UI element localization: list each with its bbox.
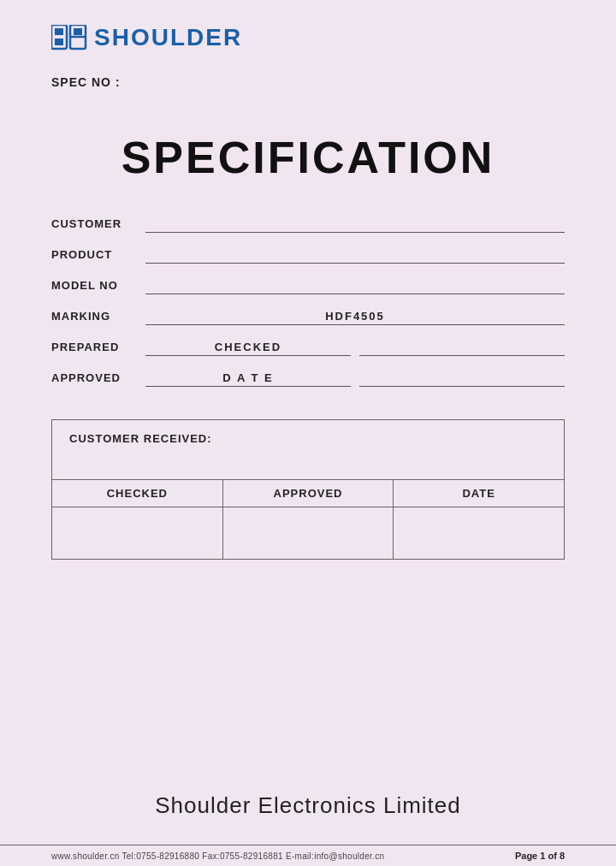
model-no-row: MODEL NO xyxy=(51,270,565,294)
main-title: SPECIFICATION xyxy=(121,132,495,183)
bottom-contact: www.shoulder.cn Tel:0755-82916880 Fax:07… xyxy=(51,851,384,861)
marking-value: HDF4505 xyxy=(325,310,385,323)
customer-row: CUSTOMER xyxy=(51,209,565,233)
svg-rect-2 xyxy=(55,39,63,45)
approved-label: APPROVED xyxy=(51,371,145,387)
table-header-approved: APPROVED xyxy=(223,480,394,507)
svg-rect-5 xyxy=(74,28,82,35)
bottom-page: Page 1 of 8 xyxy=(515,851,565,861)
table-body-approved xyxy=(223,507,394,559)
company-name: Shoulder Electronics Limited xyxy=(155,792,461,819)
prepared-value: CHECKED xyxy=(215,341,281,353)
product-line xyxy=(145,245,565,264)
marking-line: HDF4505 xyxy=(145,306,565,325)
company-footer-area: Shoulder Electronics Limited xyxy=(0,560,616,845)
marking-row: MARKING HDF4505 xyxy=(51,301,565,325)
approved-field-2 xyxy=(359,368,565,387)
logo-icon xyxy=(51,25,87,50)
prepared-field-2 xyxy=(359,337,565,356)
prepared-fields: CHECKED xyxy=(145,337,565,356)
approved-value: D A T E xyxy=(222,371,273,384)
prepared-field-1: CHECKED xyxy=(145,337,351,356)
customer-label: CUSTOMER xyxy=(51,217,145,233)
logo-area: SHOULDER xyxy=(51,24,565,51)
approved-row: APPROVED D A T E xyxy=(51,363,565,387)
table-body-date xyxy=(394,507,564,559)
customer-received-box: CUSTOMER RECEIVED: CHECKED APPROVED DATE xyxy=(51,419,565,560)
prepared-label: PREPARED xyxy=(51,341,145,356)
table-body-checked xyxy=(52,507,223,559)
marking-label: MARKING xyxy=(51,310,145,325)
spec-no-label: SPEC NO : xyxy=(51,75,565,89)
table-body xyxy=(52,507,564,559)
model-no-label: MODEL NO xyxy=(51,279,145,294)
product-label: PRODUCT xyxy=(51,248,145,264)
table-header-date: DATE xyxy=(394,480,564,507)
table-header: CHECKED APPROVED DATE xyxy=(52,479,564,507)
customer-line xyxy=(145,214,565,233)
customer-received-label: CUSTOMER RECEIVED: xyxy=(52,420,564,479)
approved-fields: D A T E xyxy=(145,368,565,387)
bottom-bar: www.shoulder.cn Tel:0755-82916880 Fax:07… xyxy=(0,845,616,866)
prepared-row: PREPARED CHECKED xyxy=(51,332,565,356)
main-title-area: SPECIFICATION xyxy=(0,98,616,209)
form-section: CUSTOMER PRODUCT MODEL NO MARKING HDF450… xyxy=(0,209,616,394)
logo-text: SHOULDER xyxy=(94,24,242,51)
page: SHOULDER SPEC NO : SPECIFICATION CUSTOME… xyxy=(0,0,616,866)
product-row: PRODUCT xyxy=(51,240,565,264)
model-no-line xyxy=(145,276,565,294)
svg-rect-1 xyxy=(55,28,63,35)
approved-field-1: D A T E xyxy=(145,368,351,387)
table-header-checked: CHECKED xyxy=(52,480,223,507)
header: SHOULDER SPEC NO : xyxy=(0,0,616,98)
